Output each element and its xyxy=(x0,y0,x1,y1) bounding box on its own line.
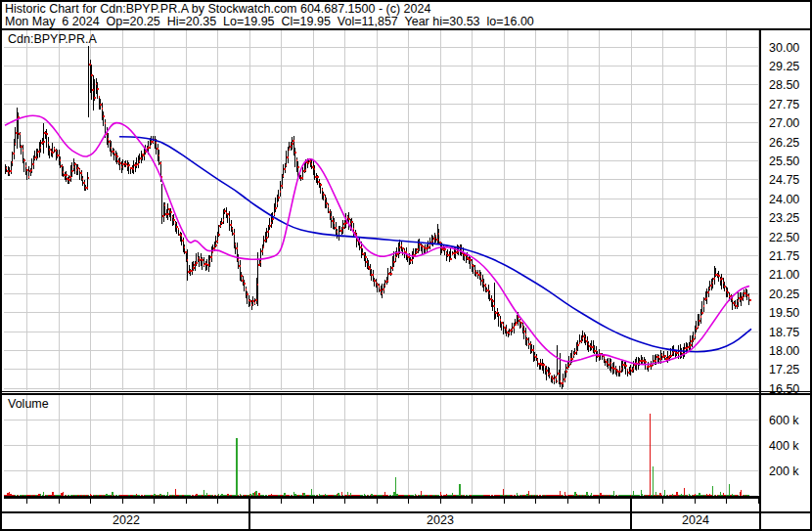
chart-canvas: 30.0029.2528.5027.7527.0026.2525.5024.75… xyxy=(0,0,812,531)
price-tick-label: 17.25 xyxy=(769,363,799,376)
symbol-label: Cdn:BPYP.PR.A xyxy=(8,32,97,46)
price-tick-label: 26.25 xyxy=(769,136,799,150)
close-ticks xyxy=(6,65,751,383)
price-tick-label: 21.75 xyxy=(769,249,799,263)
volume-tick-label: 400 k xyxy=(769,439,799,453)
price-tick-label: 19.50 xyxy=(769,306,799,320)
price-tick-label: 20.25 xyxy=(769,288,799,301)
price-tick-label: 21.00 xyxy=(769,268,799,282)
volume-bars-up xyxy=(16,438,749,496)
grid-lines xyxy=(4,30,760,495)
year-axis: 202220232024 xyxy=(113,513,709,527)
stock-chart-window: Historic Chart for Cdn:BPYP.PR.A by Stoc… xyxy=(0,0,812,531)
price-tick-label: 30.00 xyxy=(769,41,799,55)
price-tick-label: 22.50 xyxy=(769,231,799,244)
price-tick-label: 27.00 xyxy=(769,116,799,130)
price-tick-label: 27.75 xyxy=(769,98,799,111)
volume-tick-label: 200 k xyxy=(769,465,799,478)
price-tick-label: 23.25 xyxy=(769,211,799,225)
price-tick-label: 24.75 xyxy=(769,173,799,187)
price-tick-label: 18.00 xyxy=(769,344,799,358)
year-label: 2023 xyxy=(427,513,454,527)
volume-panel-label: Volume xyxy=(8,397,49,411)
price-tick-label: 28.50 xyxy=(769,78,799,92)
volume-tick-label: 600 k xyxy=(769,414,799,427)
price-axis: 30.0029.2528.5027.7527.0026.2525.5024.75… xyxy=(769,41,799,478)
price-tick-label: 29.25 xyxy=(769,60,799,73)
year-label: 2024 xyxy=(682,513,709,527)
year-label: 2022 xyxy=(113,513,140,527)
price-tick-label: 25.50 xyxy=(769,155,799,168)
price-tick-label: 18.75 xyxy=(769,326,799,339)
price-tick-label: 24.00 xyxy=(769,193,799,206)
volume-bars-down xyxy=(5,414,745,497)
